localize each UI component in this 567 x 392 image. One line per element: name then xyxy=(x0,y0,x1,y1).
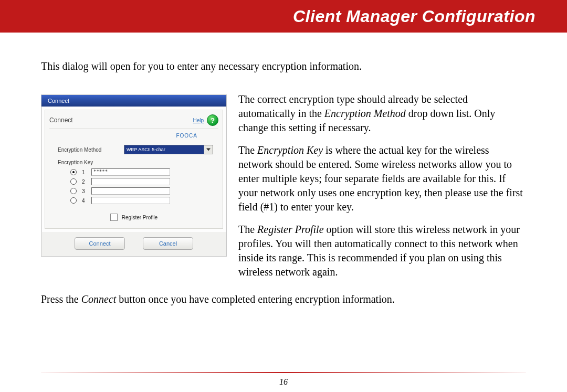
dialog-titlebar: Connect xyxy=(41,95,226,107)
help-link[interactable]: Help xyxy=(193,118,204,123)
encryption-method-row: Encryption Method WEP ASCII 5-char xyxy=(58,145,218,154)
key-row-1: 1 ***** xyxy=(70,168,218,176)
key-input-1[interactable]: ***** xyxy=(91,168,170,176)
help-icon[interactable]: ? xyxy=(207,114,218,126)
key-num-2: 2 xyxy=(82,179,86,185)
footer-divider xyxy=(41,372,526,373)
paragraph-encryption-key: The Encryption Key is where the actual k… xyxy=(238,143,526,214)
key-row-2: 2 xyxy=(70,178,218,185)
ssid-text: FOOCA xyxy=(49,133,197,139)
key-radio-2[interactable] xyxy=(70,178,77,185)
encryption-method-dropdown[interactable]: WEP ASCII 5-char xyxy=(124,145,213,154)
key-input-4[interactable] xyxy=(91,197,170,204)
chevron-down-icon[interactable] xyxy=(204,145,213,154)
key-num-3: 3 xyxy=(82,188,86,194)
connect-button[interactable]: Connect xyxy=(75,237,125,250)
key-num-1: 1 xyxy=(82,169,86,175)
description-column: The correct encryption type should alrea… xyxy=(238,92,526,288)
encryption-key-label: Encryption Key xyxy=(58,160,218,165)
register-profile-row: Register Profile xyxy=(49,214,218,221)
panel-title: Connect xyxy=(49,116,73,124)
key-row-4: 4 xyxy=(70,197,218,204)
content-area: This dialog will open for you to enter a… xyxy=(0,33,567,306)
header-bar: Client Manager Configuration xyxy=(0,0,567,33)
key-row-3: 3 xyxy=(70,187,218,195)
key-input-3[interactable] xyxy=(91,187,170,195)
key-radio-1[interactable] xyxy=(70,169,77,175)
cancel-button[interactable]: Cancel xyxy=(143,237,193,250)
closing-text: Press the Connect button once you have c… xyxy=(41,292,526,306)
page-number: 16 xyxy=(0,377,567,387)
connect-dialog: Connect Connect Help ? FOOCA Encryption … xyxy=(41,94,227,257)
key-radio-3[interactable] xyxy=(70,188,77,194)
encryption-method-value: WEP ASCII 5-char xyxy=(127,147,165,152)
key-input-2[interactable] xyxy=(91,178,170,185)
dialog-titlebar-text: Connect xyxy=(48,98,69,104)
page-title: Client Manager Configuration xyxy=(293,7,536,26)
dialog-button-bar: Connect Cancel xyxy=(41,232,226,256)
paragraph-register-profile: The Register Profile option will store t… xyxy=(238,223,526,279)
intro-text: This dialog will open for you to enter a… xyxy=(41,59,526,73)
register-profile-label: Register Profile xyxy=(122,215,158,220)
svg-marker-0 xyxy=(206,149,211,151)
encryption-method-label: Encryption Method xyxy=(58,147,116,153)
dialog-panel: Connect Help ? FOOCA Encryption Method W… xyxy=(45,110,223,229)
key-num-4: 4 xyxy=(82,198,86,204)
key-radio-4[interactable] xyxy=(70,197,77,204)
two-column-row: Connect Connect Help ? FOOCA Encryption … xyxy=(41,94,526,288)
register-profile-checkbox[interactable] xyxy=(110,214,118,221)
paragraph-encryption-method: The correct encryption type should alrea… xyxy=(238,92,526,135)
panel-header: Connect Help ? xyxy=(49,112,218,129)
